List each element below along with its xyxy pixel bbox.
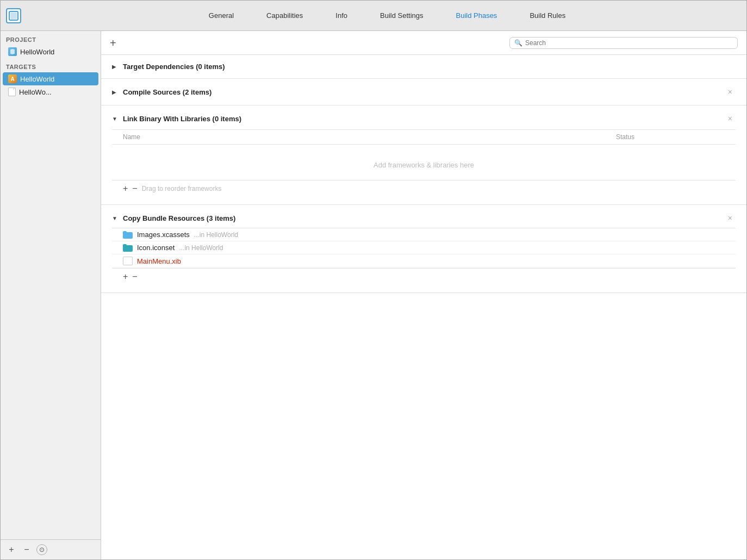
sidebar: PROJECT HelloWorld TARGETS A HelloWorld … bbox=[1, 31, 101, 559]
target-icon: A bbox=[8, 74, 17, 83]
sidebar-item-project[interactable]: HelloWorld bbox=[3, 45, 98, 58]
compile-sources-toggle[interactable] bbox=[112, 89, 119, 95]
col-status-label: Status bbox=[616, 133, 725, 141]
main-area: PROJECT HelloWorld TARGETS A HelloWorld … bbox=[1, 31, 746, 559]
project-icon bbox=[8, 47, 17, 56]
link-binary-table-header: Name Status bbox=[112, 130, 736, 145]
sidebar-item-target-helloworld[interactable]: A HelloWorld bbox=[3, 72, 98, 85]
xcode-icon[interactable] bbox=[6, 8, 21, 23]
svg-rect-2 bbox=[10, 13, 17, 19]
folder-icon-icon bbox=[123, 244, 133, 252]
resource-name-icon: Icon.iconset bbox=[137, 244, 175, 252]
copy-bundle-title: Copy Bundle Resources (3 items) bbox=[123, 214, 235, 222]
link-binary-add-button[interactable]: + bbox=[123, 184, 128, 194]
copy-bundle-remove-button[interactable]: − bbox=[132, 272, 137, 282]
search-icon: 🔍 bbox=[514, 39, 522, 47]
link-binary-remove-button[interactable]: − bbox=[132, 184, 137, 194]
sidebar-footer: + − ⊙ bbox=[1, 539, 101, 559]
xcode-icon-container bbox=[6, 8, 28, 23]
tab-build-phases[interactable]: Build Phases bbox=[439, 7, 513, 24]
tab-build-rules[interactable]: Build Rules bbox=[513, 7, 582, 24]
tab-list: General Capabilities Info Build Settings… bbox=[33, 7, 741, 24]
phase-copy-bundle: Copy Bundle Resources (3 items) × Images… bbox=[101, 205, 746, 293]
tab-info[interactable]: Info bbox=[319, 7, 364, 24]
link-binary-drag-hint: Drag to reorder frameworks bbox=[142, 185, 222, 192]
phases-content: Target Dependencies (0 items) Compile So… bbox=[101, 55, 746, 559]
phase-link-binary-header: Link Binary With Libraries (0 items) × bbox=[112, 113, 736, 124]
resource-name-mainmenu: MainMenu.xib bbox=[137, 257, 181, 265]
copy-bundle-close[interactable]: × bbox=[725, 213, 736, 223]
resource-subtitle-icon: ...in HelloWorld bbox=[179, 244, 223, 252]
resource-item-icon[interactable]: Icon.iconset ...in HelloWorld bbox=[112, 241, 736, 254]
file-icon bbox=[8, 88, 16, 96]
resource-subtitle-images: ...in HelloWorld bbox=[194, 231, 238, 239]
sidebar-add-button[interactable]: + bbox=[6, 544, 17, 555]
compile-sources-close[interactable]: × bbox=[725, 86, 736, 97]
col-name-label: Name bbox=[123, 133, 616, 141]
phase-header-left-compile: Compile Sources (2 items) bbox=[112, 88, 211, 96]
phase-header-left-bundle: Copy Bundle Resources (3 items) bbox=[112, 214, 235, 222]
search-input[interactable] bbox=[525, 39, 733, 47]
sidebar-project-header: PROJECT bbox=[1, 31, 101, 45]
tab-general[interactable]: General bbox=[192, 7, 250, 24]
sidebar-target2-label: HelloWo... bbox=[19, 88, 52, 96]
link-binary-table-footer: + − Drag to reorder frameworks bbox=[112, 180, 736, 197]
link-binary-close[interactable]: × bbox=[725, 113, 736, 124]
link-binary-toggle[interactable] bbox=[112, 116, 119, 122]
link-binary-empty-msg: Add frameworks & libraries here bbox=[112, 145, 736, 180]
folder-icon-images bbox=[123, 231, 133, 239]
sidebar-editor-button[interactable]: ⊙ bbox=[36, 544, 47, 555]
copy-bundle-toggle[interactable] bbox=[112, 215, 119, 221]
link-binary-title: Link Binary With Libraries (0 items) bbox=[123, 115, 241, 123]
tab-capabilities[interactable]: Capabilities bbox=[250, 7, 319, 24]
copy-bundle-add-button[interactable]: + bbox=[123, 272, 128, 282]
xib-icon bbox=[123, 257, 133, 265]
phase-title: Target Dependencies (0 items) bbox=[123, 63, 225, 71]
resource-item-mainmenu[interactable]: MainMenu.xib bbox=[112, 254, 736, 268]
copy-bundle-footer: + − bbox=[112, 268, 736, 285]
phase-compile-sources-header: Compile Sources (2 items) × bbox=[112, 86, 736, 97]
tab-build-settings[interactable]: Build Settings bbox=[364, 7, 440, 24]
resource-item-images[interactable]: Images.xcassets ...in HelloWorld bbox=[112, 228, 736, 241]
compile-sources-title: Compile Sources (2 items) bbox=[123, 88, 211, 96]
phase-compile-sources: Compile Sources (2 items) × bbox=[101, 79, 746, 105]
content-panel: + 🔍 Target Dependencies (0 items) bbox=[101, 31, 746, 559]
phase-target-dependencies-header: Target Dependencies (0 items) bbox=[112, 63, 736, 71]
sidebar-project-label: HelloWorld bbox=[20, 48, 54, 56]
phase-header-left-link: Link Binary With Libraries (0 items) bbox=[112, 115, 241, 123]
copy-bundle-table: Images.xcassets ...in HelloWorld Icon.ic… bbox=[112, 228, 736, 285]
sidebar-target-label: HelloWorld bbox=[20, 75, 54, 83]
sidebar-targets-header: TARGETS bbox=[1, 58, 101, 72]
phase-copy-bundle-header: Copy Bundle Resources (3 items) × bbox=[112, 213, 736, 223]
content-add-button[interactable]: + bbox=[110, 38, 116, 48]
content-toolbar: + 🔍 bbox=[101, 31, 746, 55]
search-box: 🔍 bbox=[509, 37, 738, 49]
phase-link-binary: Link Binary With Libraries (0 items) × N… bbox=[101, 105, 746, 205]
resource-name-images: Images.xcassets bbox=[137, 231, 190, 239]
phase-header-left: Target Dependencies (0 items) bbox=[112, 63, 225, 71]
phase-collapse-toggle[interactable] bbox=[112, 64, 119, 70]
phase-target-dependencies: Target Dependencies (0 items) bbox=[101, 55, 746, 79]
sidebar-remove-button[interactable]: − bbox=[21, 544, 32, 555]
sidebar-item-target-hellowo[interactable]: HelloWo... bbox=[3, 85, 98, 98]
app-window: General Capabilities Info Build Settings… bbox=[0, 0, 747, 560]
tab-bar: General Capabilities Info Build Settings… bbox=[1, 1, 746, 31]
link-binary-table: Name Status Add frameworks & libraries h… bbox=[112, 129, 736, 197]
